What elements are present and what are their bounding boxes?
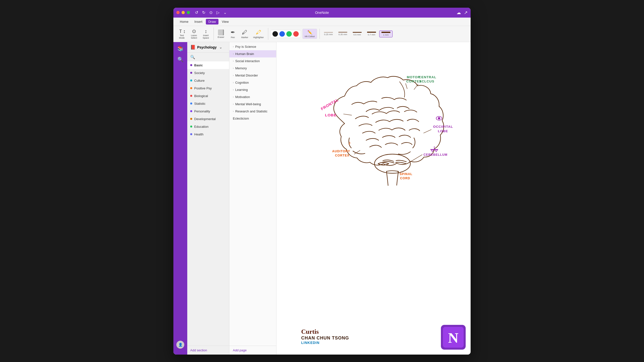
page-mental-wellbeing[interactable]: › Mental Well-being (229, 100, 276, 108)
close-button[interactable] (176, 11, 180, 14)
svg-text:CORD: CORD (400, 176, 410, 180)
ink-colour-button[interactable]: ✏️ Ink Colour (302, 29, 317, 39)
page-psy-is-science[interactable]: › Psy is Science (229, 43, 276, 50)
svg-text:♪: ♪ (348, 140, 351, 146)
pen-label: Pen (231, 36, 235, 39)
page-social-interaction[interactable]: › Social interaction (229, 57, 276, 65)
eraser-label: Eraser (218, 36, 224, 38)
section-basic[interactable]: Basic (187, 61, 229, 69)
minimize-button[interactable] (182, 11, 185, 14)
section-statistic[interactable]: Statistic (187, 100, 229, 107)
svg-text:AUDITORY: AUDITORY (332, 149, 350, 153)
window-title: OneNote (315, 11, 329, 14)
text-mode-button[interactable]: Ｔ↕ TextMode (176, 27, 187, 40)
pen-button[interactable]: ✒ Pen (228, 28, 238, 40)
color-black[interactable] (272, 31, 278, 37)
menu-draw[interactable]: Draw (206, 19, 218, 24)
add-page-button[interactable]: Add page (229, 346, 276, 355)
forward-button[interactable]: ↻ (201, 10, 206, 15)
color-blue[interactable] (280, 31, 285, 37)
main-content: 📚 🔍 👤 📕 Psychology ⌄ 🔍 Basic (174, 42, 470, 355)
brain-diagram: MOTOR CORTEX CENTRAL SCLCUS FRONTAL LOBE… (296, 47, 465, 186)
section-label-culture: Culture (194, 79, 204, 82)
canvas-area[interactable]: MOTOR CORTEX CENTRAL SCLCUS FRONTAL LOBE… (276, 42, 470, 355)
home-button[interactable]: ⊙ (208, 10, 214, 15)
menu-view[interactable]: View (220, 19, 231, 24)
page-memory[interactable]: › Memory (229, 65, 276, 72)
svg-line-25 (414, 84, 418, 89)
stroke-1-label: 1 mm (383, 34, 389, 36)
section-society[interactable]: Society (187, 69, 229, 77)
svg-text:LOBE: LOBE (325, 113, 336, 117)
svg-text:CENTRAL: CENTRAL (418, 75, 436, 79)
user-avatar[interactable]: 👤 (176, 341, 184, 349)
books-icon[interactable]: 📚 (176, 44, 184, 52)
search-icon[interactable]: 🔍 (176, 55, 184, 63)
back-button[interactable]: ↺ (194, 10, 199, 15)
onenote-logo: N (441, 325, 466, 350)
more-button[interactable]: ⌄ (222, 10, 228, 15)
section-label-biological: Biological (194, 94, 208, 98)
eraser-button[interactable]: Eraser (216, 28, 226, 40)
section-dot-culture (190, 79, 192, 81)
next-button[interactable]: ▷ (216, 10, 220, 15)
toolbar: Ｔ↕ TextMode ⊙ LassoSelect ↕ InsertSpace … (174, 26, 470, 42)
stroke-07[interactable]: 0.7 mm (365, 30, 378, 37)
text-mode-icon: Ｔ↕ (178, 29, 186, 34)
section-positive-psy[interactable]: Positive Psy (187, 84, 229, 92)
color-green[interactable] (286, 31, 292, 37)
app-window: ↺ ↻ ⊙ ▷ ⌄ OneNote ☁ ↗ Home Insert Draw V… (174, 8, 470, 355)
section-developmental[interactable]: Developmental (187, 115, 229, 123)
insert-space-button[interactable]: ↕ InsertSpace (201, 27, 211, 40)
stroke-025[interactable]: 0.25 mm (322, 31, 335, 37)
section-health[interactable]: Health (187, 130, 229, 138)
search-magnifier[interactable]: 🔍 (190, 55, 195, 59)
author-full-name: CHAN CHUN TSONG (301, 336, 349, 341)
section-personality[interactable]: Personality (187, 107, 229, 115)
section-dot-basic (190, 64, 192, 66)
page-eclecticism[interactable]: Eclecticism (229, 115, 276, 122)
section-dot-developmental (190, 118, 192, 120)
notebook-header[interactable]: 📕 Psychology ⌄ (187, 42, 229, 53)
svg-text:OCCIPITAL: OCCIPITAL (433, 125, 453, 128)
page-label: Motivation (235, 95, 250, 99)
section-culture[interactable]: Culture (187, 77, 229, 84)
add-section-button[interactable]: Add section (187, 346, 229, 355)
page-learning[interactable]: › Learning (229, 86, 276, 93)
chevron-icon: › (233, 74, 234, 77)
section-label-statistic: Statistic (194, 102, 206, 105)
notebook-icon: 📕 (190, 44, 196, 50)
chevron-icon: › (233, 95, 234, 98)
menu-home[interactable]: Home (177, 19, 191, 24)
svg-text:SPINAL: SPINAL (400, 172, 412, 176)
section-label-education: Education (194, 125, 208, 128)
cloud-icon[interactable]: ☁ (456, 10, 461, 15)
section-education[interactable]: Education (187, 123, 229, 130)
chevron-icon: › (233, 88, 234, 91)
page-label: Psy is Science (235, 45, 256, 48)
color-palette (270, 30, 301, 38)
page-mental-disorder[interactable]: › Mental Disorder (229, 72, 276, 79)
titlebar: ↺ ↻ ⊙ ▷ ⌄ OneNote ☁ ↗ (174, 8, 470, 17)
pen-icon: ✒ (230, 29, 235, 36)
stroke-line-07 (367, 32, 376, 33)
maximize-button[interactable] (187, 11, 190, 14)
page-label: Social interaction (235, 59, 260, 63)
section-label-personality: Personality (194, 109, 210, 113)
highlighter-button[interactable]: 🖍 Highlighter (252, 28, 266, 40)
stroke-035[interactable]: 0.35 mm (336, 31, 350, 37)
section-biological[interactable]: Biological (187, 92, 229, 100)
share-icon[interactable]: ↗ (464, 10, 468, 15)
marker-button[interactable]: 🖊 Marker (240, 28, 250, 40)
page-research-statistic[interactable]: › Research and Statistic (229, 108, 276, 115)
page-motivation[interactable]: › Motivation (229, 93, 276, 100)
menu-insert[interactable]: Insert (192, 19, 205, 24)
page-human-brain[interactable]: › Human Brain (229, 50, 276, 57)
chevron-icon: › (233, 52, 234, 55)
lasso-select-button[interactable]: ⊙ LassoSelect (189, 27, 199, 40)
color-red[interactable] (293, 31, 299, 37)
stroke-1[interactable]: 1 mm (379, 30, 392, 37)
stroke-05[interactable]: 0.5 mm (350, 31, 364, 37)
edit-tools: Ｔ↕ TextMode ⊙ LassoSelect ↕ InsertSpace (176, 27, 214, 40)
page-cognition[interactable]: › Cognition (229, 79, 276, 86)
